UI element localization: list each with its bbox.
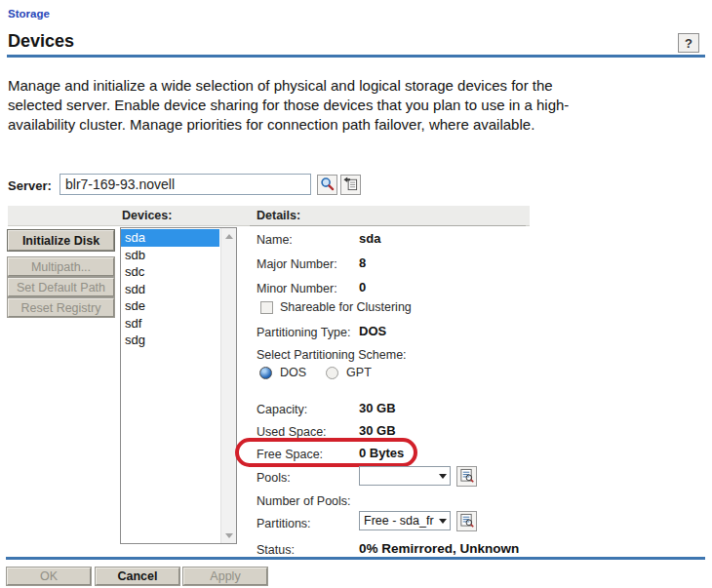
cancel-button[interactable]: Cancel (96, 568, 179, 585)
browse-objects-icon (459, 468, 474, 486)
details-header-divider (250, 225, 526, 226)
number-of-pools-label: Number of Pools: (257, 494, 351, 508)
page-title: Devices (8, 31, 74, 52)
devices-page: Storage Devices ? Manage and initialize … (0, 0, 712, 588)
server-search-button[interactable] (317, 175, 337, 195)
free-space-label: Free Space: (257, 448, 323, 461)
status-value: 0% Remirrored, Unknown (359, 541, 519, 556)
partitions-dropdown[interactable]: Free - sda_fr (359, 511, 451, 530)
minor-number-label: Minor Number: (257, 282, 337, 295)
server-label: Server: (8, 178, 52, 193)
capacity-label: Capacity: (257, 403, 307, 416)
apply-button[interactable]: Apply (183, 568, 267, 585)
shareable-checkbox[interactable] (260, 301, 273, 314)
radio-gpt[interactable] (326, 367, 338, 379)
scroll-down-icon[interactable] (221, 528, 237, 543)
chevron-down-icon[interactable] (436, 519, 450, 524)
device-list-item-sdf[interactable]: sdf (121, 315, 219, 333)
device-list-item-sdc[interactable]: sdc (121, 263, 219, 281)
devices-listbox[interactable]: sda sdb sdc sdd sde sdf sdg (120, 227, 237, 544)
scroll-up-icon[interactable] (221, 228, 237, 244)
name-value: sda (359, 231, 380, 246)
devices-list: sda sdb sdc sdd sde sdf sdg (121, 229, 219, 349)
name-label: Name: (257, 233, 293, 247)
pools-browse-button[interactable] (456, 466, 477, 487)
scheme-radio-group: DOS GPT (259, 366, 372, 379)
panel-header: Devices: Details: (8, 206, 530, 226)
chevron-down-icon[interactable] (436, 474, 450, 479)
shareable-label: Shareable for Clustering (280, 300, 412, 314)
scheme-label: Select Partitioning Scheme: (257, 348, 407, 362)
server-input[interactable] (59, 174, 311, 195)
help-button[interactable]: ? (678, 33, 699, 53)
partitions-label: Partitions: (257, 517, 311, 530)
partitioning-type-value: DOS (359, 324, 386, 338)
device-list-item-sde[interactable]: sde (121, 297, 219, 315)
initialize-disk-button[interactable]: Initialize Disk (8, 230, 114, 251)
radio-dos-label: DOS (280, 366, 306, 379)
pools-label: Pools: (257, 471, 291, 485)
used-space-value: 30 GB (359, 423, 396, 438)
reset-registry-button[interactable]: Reset Registry (8, 298, 114, 317)
major-number-label: Major Number: (257, 257, 337, 271)
server-history-button[interactable] (340, 175, 361, 195)
device-list-item-sdg[interactable]: sdg (121, 332, 219, 349)
device-list-item-sdb[interactable]: sdb (121, 247, 219, 264)
breadcrumb-storage-link[interactable]: Storage (8, 8, 50, 20)
free-space-value: 0 Bytes (359, 446, 404, 460)
pools-dropdown[interactable] (359, 466, 451, 486)
devices-column-header: Devices: (122, 209, 172, 222)
minor-number-value: 0 (359, 280, 366, 294)
details-column-header: Details: (257, 209, 300, 222)
radio-gpt-label: GPT (346, 366, 372, 379)
partitioning-type-label: Partitioning Type: (257, 326, 350, 339)
device-list-item-sdd[interactable]: sdd (121, 281, 219, 298)
partitions-browse-button[interactable] (456, 511, 477, 531)
footer-divider (6, 557, 705, 560)
capacity-value: 30 GB (359, 401, 396, 415)
status-label: Status: (257, 543, 295, 557)
page-description: Manage and initialize a wide selection o… (8, 76, 611, 135)
device-list-item-sda[interactable]: sda (121, 229, 219, 247)
ok-button[interactable]: OK (7, 568, 91, 585)
object-history-icon (343, 176, 358, 194)
shareable-row: Shareable for Clustering (260, 300, 412, 314)
major-number-value: 8 (359, 255, 366, 270)
set-default-path-button[interactable]: Set Default Path (8, 278, 114, 296)
browse-objects-icon (459, 513, 474, 530)
partitions-dropdown-value: Free - sda_fr (360, 514, 436, 528)
used-space-label: Used Space: (257, 425, 327, 439)
radio-dos[interactable] (259, 367, 272, 379)
magnifier-icon (320, 176, 335, 194)
title-divider (7, 55, 705, 58)
devices-list-scrollbar[interactable] (220, 228, 236, 543)
multipath-button[interactable]: Multipath... (8, 257, 114, 276)
